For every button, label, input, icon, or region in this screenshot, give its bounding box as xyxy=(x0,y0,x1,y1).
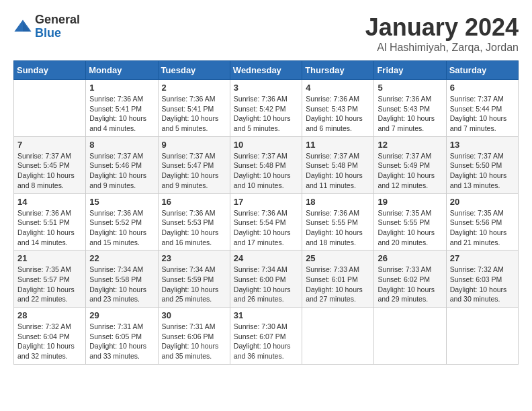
day-info: Sunrise: 7:36 AM Sunset: 5:53 PM Dayligh… xyxy=(162,208,226,248)
day-cell: 19Sunrise: 7:35 AM Sunset: 5:55 PM Dayli… xyxy=(374,193,446,250)
day-cell: 20Sunrise: 7:35 AM Sunset: 5:56 PM Dayli… xyxy=(446,193,518,250)
day-info: Sunrise: 7:36 AM Sunset: 5:43 PM Dayligh… xyxy=(378,94,442,134)
day-info: Sunrise: 7:37 AM Sunset: 5:46 PM Dayligh… xyxy=(89,151,154,191)
day-cell: 7Sunrise: 7:37 AM Sunset: 5:45 PM Daylig… xyxy=(14,136,86,193)
day-info: Sunrise: 7:37 AM Sunset: 5:44 PM Dayligh… xyxy=(450,94,515,134)
day-info: Sunrise: 7:36 AM Sunset: 5:55 PM Dayligh… xyxy=(306,208,370,248)
day-info: Sunrise: 7:36 AM Sunset: 5:54 PM Dayligh… xyxy=(234,208,298,248)
day-cell: 13Sunrise: 7:37 AM Sunset: 5:50 PM Dayli… xyxy=(446,136,518,193)
day-cell: 11Sunrise: 7:37 AM Sunset: 5:48 PM Dayli… xyxy=(302,136,374,193)
day-cell: 31Sunrise: 7:30 AM Sunset: 6:07 PM Dayli… xyxy=(230,308,302,365)
day-number: 30 xyxy=(162,310,226,320)
day-cell: 22Sunrise: 7:34 AM Sunset: 5:58 PM Dayli… xyxy=(86,250,158,308)
header-cell-thursday: Thursday xyxy=(302,61,374,80)
day-info: Sunrise: 7:36 AM Sunset: 5:43 PM Dayligh… xyxy=(306,94,370,134)
week-row-3: 14Sunrise: 7:36 AM Sunset: 5:51 PM Dayli… xyxy=(14,193,519,250)
day-info: Sunrise: 7:36 AM Sunset: 5:41 PM Dayligh… xyxy=(162,94,226,134)
day-info: Sunrise: 7:34 AM Sunset: 6:00 PM Dayligh… xyxy=(234,265,298,304)
day-number: 15 xyxy=(89,197,154,207)
day-cell: 21Sunrise: 7:35 AM Sunset: 5:57 PM Dayli… xyxy=(14,250,86,308)
day-number: 7 xyxy=(17,140,82,150)
day-cell: 10Sunrise: 7:37 AM Sunset: 5:48 PM Dayli… xyxy=(230,136,302,193)
day-info: Sunrise: 7:31 AM Sunset: 6:06 PM Dayligh… xyxy=(162,322,226,361)
day-number: 3 xyxy=(234,83,298,93)
week-row-2: 7Sunrise: 7:37 AM Sunset: 5:45 PM Daylig… xyxy=(14,136,519,193)
day-number: 27 xyxy=(450,253,515,263)
day-number: 14 xyxy=(17,197,82,207)
day-number: 18 xyxy=(306,197,370,207)
day-cell: 9Sunrise: 7:37 AM Sunset: 5:47 PM Daylig… xyxy=(158,136,230,193)
day-cell: 28Sunrise: 7:32 AM Sunset: 6:04 PM Dayli… xyxy=(14,308,86,365)
day-number: 20 xyxy=(450,197,515,207)
week-row-5: 28Sunrise: 7:32 AM Sunset: 6:04 PM Dayli… xyxy=(14,308,519,365)
day-info: Sunrise: 7:37 AM Sunset: 5:47 PM Dayligh… xyxy=(162,151,226,191)
day-info: Sunrise: 7:32 AM Sunset: 6:03 PM Dayligh… xyxy=(450,265,515,304)
calendar-title: January 2024 xyxy=(365,13,519,42)
day-cell xyxy=(374,308,446,365)
day-info: Sunrise: 7:35 AM Sunset: 5:57 PM Dayligh… xyxy=(17,265,82,304)
day-info: Sunrise: 7:34 AM Sunset: 5:58 PM Dayligh… xyxy=(89,265,154,304)
day-cell xyxy=(302,308,374,365)
day-info: Sunrise: 7:37 AM Sunset: 5:48 PM Dayligh… xyxy=(234,151,298,191)
day-cell: 5Sunrise: 7:36 AM Sunset: 5:43 PM Daylig… xyxy=(374,80,446,137)
day-cell: 24Sunrise: 7:34 AM Sunset: 6:00 PM Dayli… xyxy=(230,250,302,308)
day-number: 6 xyxy=(450,83,515,93)
header-cell-friday: Friday xyxy=(374,61,446,80)
day-info: Sunrise: 7:37 AM Sunset: 5:50 PM Dayligh… xyxy=(450,151,515,191)
day-cell: 6Sunrise: 7:37 AM Sunset: 5:44 PM Daylig… xyxy=(446,80,518,137)
day-cell: 18Sunrise: 7:36 AM Sunset: 5:55 PM Dayli… xyxy=(302,193,374,250)
header-cell-tuesday: Tuesday xyxy=(158,61,230,80)
header-cell-sunday: Sunday xyxy=(14,61,86,80)
header-cell-saturday: Saturday xyxy=(446,61,518,80)
day-number: 1 xyxy=(89,83,154,93)
day-number: 22 xyxy=(89,253,154,263)
day-cell: 15Sunrise: 7:36 AM Sunset: 5:52 PM Dayli… xyxy=(86,193,158,250)
day-cell: 2Sunrise: 7:36 AM Sunset: 5:41 PM Daylig… xyxy=(158,80,230,137)
day-number: 31 xyxy=(234,310,298,320)
day-number: 12 xyxy=(378,140,442,150)
logo-icon xyxy=(13,17,32,36)
title-area: January 2024 Al Hashimiyah, Zarqa, Jorda… xyxy=(365,13,519,54)
day-number: 5 xyxy=(378,83,442,93)
day-info: Sunrise: 7:36 AM Sunset: 5:52 PM Dayligh… xyxy=(89,208,154,248)
day-info: Sunrise: 7:37 AM Sunset: 5:48 PM Dayligh… xyxy=(306,151,370,191)
day-number: 26 xyxy=(378,253,442,263)
day-cell: 1Sunrise: 7:36 AM Sunset: 5:41 PM Daylig… xyxy=(86,80,158,137)
day-info: Sunrise: 7:36 AM Sunset: 5:41 PM Dayligh… xyxy=(89,94,154,134)
calendar-table: SundayMondayTuesdayWednesdayThursdayFrid… xyxy=(13,60,519,365)
day-number: 13 xyxy=(450,140,515,150)
day-number: 29 xyxy=(89,310,154,320)
day-info: Sunrise: 7:33 AM Sunset: 6:01 PM Dayligh… xyxy=(306,265,370,304)
day-number: 9 xyxy=(162,140,226,150)
day-cell: 23Sunrise: 7:34 AM Sunset: 5:59 PM Dayli… xyxy=(158,250,230,308)
day-cell: 8Sunrise: 7:37 AM Sunset: 5:46 PM Daylig… xyxy=(86,136,158,193)
day-cell: 12Sunrise: 7:37 AM Sunset: 5:49 PM Dayli… xyxy=(374,136,446,193)
day-number: 8 xyxy=(89,140,154,150)
day-info: Sunrise: 7:34 AM Sunset: 5:59 PM Dayligh… xyxy=(162,265,226,304)
day-number: 23 xyxy=(162,253,226,263)
day-cell xyxy=(446,308,518,365)
day-cell: 26Sunrise: 7:33 AM Sunset: 6:02 PM Dayli… xyxy=(374,250,446,308)
day-number: 11 xyxy=(306,140,370,150)
day-info: Sunrise: 7:35 AM Sunset: 5:55 PM Dayligh… xyxy=(378,208,442,248)
week-row-1: 1Sunrise: 7:36 AM Sunset: 5:41 PM Daylig… xyxy=(14,80,519,137)
day-info: Sunrise: 7:31 AM Sunset: 6:05 PM Dayligh… xyxy=(89,322,154,361)
day-number: 19 xyxy=(378,197,442,207)
day-number: 25 xyxy=(306,253,370,263)
day-cell: 25Sunrise: 7:33 AM Sunset: 6:01 PM Dayli… xyxy=(302,250,374,308)
day-cell: 17Sunrise: 7:36 AM Sunset: 5:54 PM Dayli… xyxy=(230,193,302,250)
day-number: 10 xyxy=(234,140,298,150)
header: GeneralBlue January 2024 Al Hashimiyah, … xyxy=(13,13,519,54)
day-info: Sunrise: 7:36 AM Sunset: 5:42 PM Dayligh… xyxy=(234,94,298,134)
day-cell: 4Sunrise: 7:36 AM Sunset: 5:43 PM Daylig… xyxy=(302,80,374,137)
day-info: Sunrise: 7:37 AM Sunset: 5:45 PM Dayligh… xyxy=(17,151,82,191)
day-cell: 16Sunrise: 7:36 AM Sunset: 5:53 PM Dayli… xyxy=(158,193,230,250)
day-number: 17 xyxy=(234,197,298,207)
day-info: Sunrise: 7:30 AM Sunset: 6:07 PM Dayligh… xyxy=(234,322,298,361)
day-cell: 30Sunrise: 7:31 AM Sunset: 6:06 PM Dayli… xyxy=(158,308,230,365)
day-cell: 14Sunrise: 7:36 AM Sunset: 5:51 PM Dayli… xyxy=(14,193,86,250)
day-number: 21 xyxy=(17,253,82,263)
logo-text: GeneralBlue xyxy=(35,13,80,40)
calendar-subtitle: Al Hashimiyah, Zarqa, Jordan xyxy=(365,42,519,54)
day-cell: 29Sunrise: 7:31 AM Sunset: 6:05 PM Dayli… xyxy=(86,308,158,365)
